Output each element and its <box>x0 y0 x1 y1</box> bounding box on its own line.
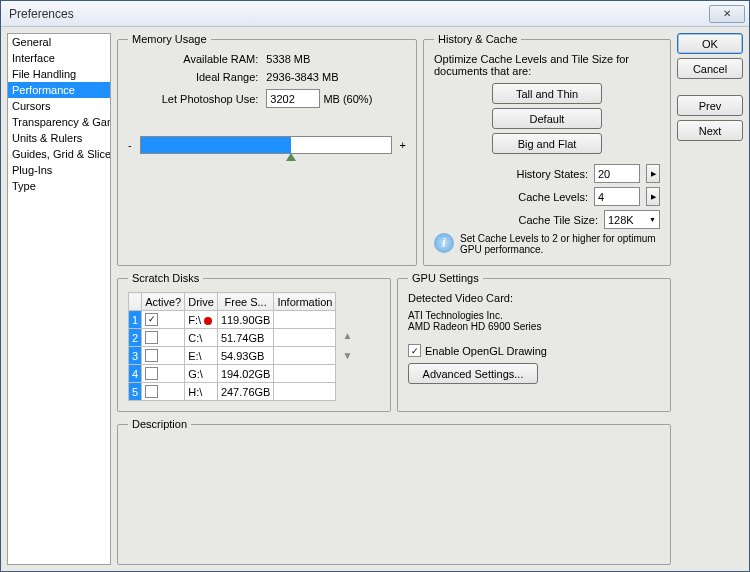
chevron-down-icon: ▼ <box>649 216 656 223</box>
history-states-label: History States: <box>516 168 588 180</box>
ok-button[interactable]: OK <box>677 33 743 54</box>
sidebar-item-type[interactable]: Type <box>8 178 110 194</box>
memory-slider[interactable] <box>140 136 392 154</box>
move-up-icon[interactable]: ▲ <box>340 330 354 344</box>
scratch-table: Active? Drive Free S... Information 1F:\… <box>128 292 336 401</box>
history-states-input[interactable]: 20 <box>594 164 640 183</box>
cancel-button[interactable]: Cancel <box>677 58 743 79</box>
description-legend: Description <box>128 418 191 430</box>
history-legend: History & Cache <box>434 33 521 45</box>
gpu-card: AMD Radeon HD 6900 Series <box>408 321 660 332</box>
slider-thumb-icon[interactable] <box>286 153 296 161</box>
memory-legend: Memory Usage <box>128 33 211 45</box>
slider-plus: + <box>400 139 406 151</box>
next-button[interactable]: Next <box>677 120 743 141</box>
photoshop-use-input[interactable] <box>266 89 320 108</box>
col-active[interactable]: Active? <box>142 293 185 311</box>
big-flat-button[interactable]: Big and Flat <box>492 133 602 154</box>
cache-info-text: Set Cache Levels to 2 or higher for opti… <box>460 233 660 255</box>
sidebar-item-cursors[interactable]: Cursors <box>8 98 110 114</box>
ideal-range-value: 2936-3843 MB <box>266 71 372 83</box>
default-button[interactable]: Default <box>492 108 602 129</box>
enable-opengl-label: Enable OpenGL Drawing <box>425 345 547 357</box>
available-ram-value: 5338 MB <box>266 53 372 65</box>
cache-levels-input[interactable]: 4 <box>594 187 640 206</box>
sidebar-item-general[interactable]: General <box>8 34 110 50</box>
window-controls: ✕ <box>709 5 745 23</box>
slider-fill <box>141 137 291 153</box>
cache-tile-label: Cache Tile Size: <box>519 214 598 226</box>
description-group: Description <box>117 418 671 565</box>
cache-levels-stepper[interactable]: ▶ <box>646 187 660 206</box>
checkbox-icon[interactable] <box>145 349 158 362</box>
col-drive[interactable]: Drive <box>185 293 218 311</box>
history-states-stepper[interactable]: ▶ <box>646 164 660 183</box>
tall-thin-button[interactable]: Tall and Thin <box>492 83 602 104</box>
sidebar-item-guides[interactable]: Guides, Grid & Slices <box>8 146 110 162</box>
sidebar-item-units[interactable]: Units & Rulers <box>8 130 110 146</box>
enable-opengl-checkbox[interactable]: ✓ <box>408 344 421 357</box>
checkbox-icon[interactable] <box>145 367 158 380</box>
checkbox-icon[interactable] <box>145 385 158 398</box>
ideal-range-label: Ideal Range: <box>162 71 259 83</box>
close-icon[interactable]: ✕ <box>709 5 745 23</box>
titlebar: Preferences ✕ <box>1 1 749 27</box>
table-row[interactable]: 1F:\ 119.90GB <box>129 311 336 329</box>
table-row[interactable]: 4G:\194.02GB <box>129 365 336 383</box>
table-row[interactable]: 2C:\51.74GB <box>129 329 336 347</box>
cache-levels-label: Cache Levels: <box>518 191 588 203</box>
sidebar-item-interface[interactable]: Interface <box>8 50 110 66</box>
col-info[interactable]: Information <box>274 293 336 311</box>
window-title: Preferences <box>5 7 74 21</box>
active-dot-icon <box>204 317 212 325</box>
checkbox-icon[interactable] <box>145 313 158 326</box>
gpu-settings-group: GPU Settings Detected Video Card: ATI Te… <box>397 272 671 412</box>
col-free[interactable]: Free S... <box>217 293 274 311</box>
gpu-legend: GPU Settings <box>408 272 483 284</box>
advanced-settings-button[interactable]: Advanced Settings... <box>408 363 538 384</box>
detected-card-label: Detected Video Card: <box>408 292 660 304</box>
gpu-vendor: ATI Technologies Inc. <box>408 310 660 321</box>
photoshop-use-label: Let Photoshop Use: <box>162 93 259 105</box>
category-sidebar: General Interface File Handling Performa… <box>7 33 111 565</box>
history-cache-group: History & Cache Optimize Cache Levels an… <box>423 33 671 266</box>
available-ram-label: Available RAM: <box>162 53 259 65</box>
table-row[interactable]: 5H:\247.76GB <box>129 383 336 401</box>
scratch-legend: Scratch Disks <box>128 272 203 284</box>
history-desc: Optimize Cache Levels and Tile Size for … <box>434 53 660 77</box>
sidebar-item-performance[interactable]: Performance <box>8 82 110 98</box>
table-row[interactable]: 3E:\54.93GB <box>129 347 336 365</box>
cache-tile-select[interactable]: 128K ▼ <box>604 210 660 229</box>
info-icon: i <box>434 233 454 253</box>
sidebar-item-file-handling[interactable]: File Handling <box>8 66 110 82</box>
slider-minus: - <box>128 139 132 151</box>
sidebar-item-plugins[interactable]: Plug-Ins <box>8 162 110 178</box>
move-down-icon[interactable]: ▼ <box>340 350 354 364</box>
memory-usage-group: Memory Usage Available RAM: 5338 MB Idea… <box>117 33 417 266</box>
preferences-window: Preferences ✕ General Interface File Han… <box>0 0 750 572</box>
scratch-disks-group: Scratch Disks Active? Drive Free S... In… <box>117 272 391 412</box>
sidebar-item-transparency[interactable]: Transparency & Gamut <box>8 114 110 130</box>
prev-button[interactable]: Prev <box>677 95 743 116</box>
checkbox-icon[interactable] <box>145 331 158 344</box>
photoshop-use-suffix: MB (60%) <box>323 93 372 105</box>
